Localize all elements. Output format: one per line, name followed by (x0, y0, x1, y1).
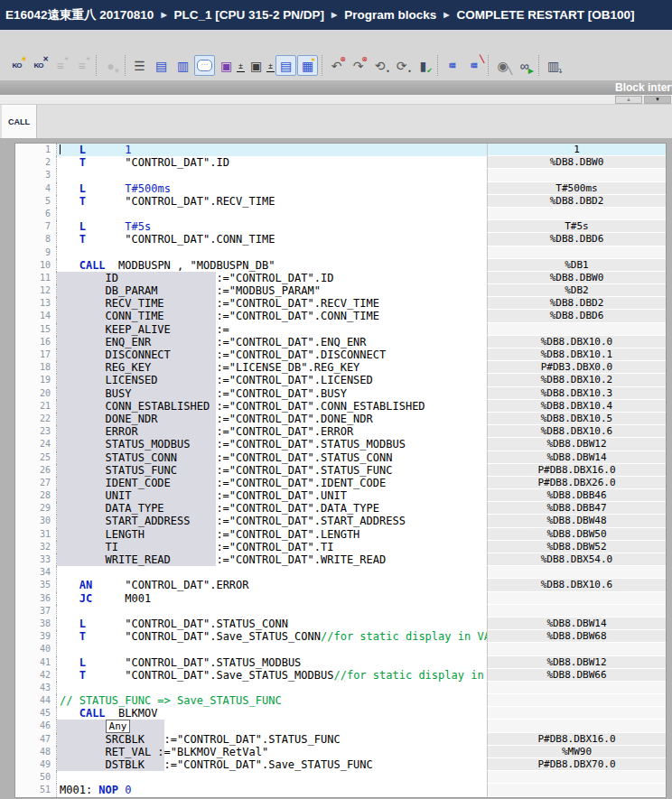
favorites-display-toggle-icon[interactable]: ▦✶ (297, 55, 318, 76)
code-text[interactable]: T "CONTROL_DAT".Save_STATUS_MODBUS//for … (57, 669, 487, 682)
code-text[interactable]: T "CONTROL_DAT".RECV_TIME (57, 195, 487, 208)
absolute-addresses-icon[interactable]: I≣ (442, 55, 462, 76)
code-line: 17 DISCONNECT :="CONTROL_DAT".DISCONNECT… (15, 348, 666, 361)
code-text[interactable]: DONE_NDR :="CONTROL_DAT".DONE_NDR (57, 413, 487, 425)
close-all-networks-icon[interactable]: ▤ (151, 55, 172, 76)
insert-favorite-icon[interactable]: ▣ (216, 55, 237, 76)
code-text[interactable]: L "CONTROL_DAT".STATUS_MODBUS (57, 656, 487, 669)
edit-favorites-icon-dropdown[interactable]: ± (266, 60, 275, 72)
open-all-networks-icon[interactable]: ▥ (173, 55, 193, 76)
code-text[interactable]: L T#5s (57, 220, 487, 233)
code-text[interactable]: IDENT_CODE :="CONTROL_DAT".IDENT_CODE (57, 477, 487, 489)
code-text[interactable] (57, 643, 487, 655)
absolute-address: P#DB8.DBX70.0 (487, 758, 666, 771)
code-text[interactable] (57, 771, 487, 784)
code-text[interactable]: RECV_TIME :="CONTROL_DAT".RECV_TIME (57, 297, 487, 310)
line-number: 34 (15, 566, 57, 579)
breadcrumb-item[interactable]: Program blocks (344, 8, 436, 22)
code-text[interactable] (57, 246, 487, 259)
code-text[interactable]: CONN_TIME :="CONTROL_DAT".CONN_TIME (57, 310, 487, 322)
edit-favorites-icon[interactable]: ▣ (246, 55, 266, 76)
code-text[interactable] (57, 169, 487, 181)
code-text[interactable]: REG_KEY :="LICENSE_DB".REG_KEY (57, 361, 487, 374)
code-text[interactable]: L 1 (57, 144, 487, 156)
code-text[interactable]: T "CONTROL_DAT".Save_STATUS_CONN//for st… (57, 630, 487, 643)
tab-call[interactable]: CALL (2, 105, 37, 138)
code-line: 25 STATUS_CONN :="CONTROL_DAT".STATUS_CO… (15, 451, 666, 464)
code-text[interactable]: RET_VAL :="BLKMOV_RetVal" (57, 746, 487, 758)
breadcrumb-item[interactable]: COMPLETE RESTART [OB100] (456, 8, 634, 22)
code-text[interactable]: ENQ_ENR :="CONTROL_DAT".ENQ_ENR (57, 336, 487, 348)
absolute-operands-toggle-icon[interactable]: ▤ (275, 55, 296, 76)
code-text[interactable]: LENGTH :="CONTROL_DAT".LENGTH (57, 528, 487, 541)
absolute-address: %DB8.DBW48 (487, 515, 666, 527)
find-replace-icon[interactable]: ◉╲ (492, 55, 513, 76)
code-text[interactable] (57, 605, 487, 618)
monitoring-toggle-icon[interactable]: ∞▶ (514, 55, 535, 76)
code-text[interactable]: START_ADDRESS :="CONTROL_DAT".START_ADDR… (57, 515, 487, 527)
code-line: 32 TI :="CONTROL_DAT".TI%DB8.DBW52 (15, 541, 666, 553)
code-text[interactable]: KEEP_ALIVE := (57, 323, 487, 336)
insert-favorite-icon-dropdown[interactable]: ± (237, 60, 245, 72)
absolute-address: %DB8.DBW0 (487, 272, 666, 284)
code-text[interactable]: AN "CONTROL_DAT".ERROR (57, 579, 487, 591)
code-text[interactable]: STATUS_CONN :="CONTROL_DAT".STATUS_CONN (57, 451, 487, 464)
consistency-check-icon[interactable]: ▮✔ (413, 55, 434, 76)
code-text[interactable]: CONN_ESTABLISHED :="CONTROL_DAT".CONN_ES… (57, 400, 487, 413)
code-text[interactable] (57, 682, 487, 694)
code-text[interactable]: JC M001 (57, 592, 487, 605)
code-text[interactable]: L T#500ms (57, 182, 487, 195)
network-overview-icon[interactable]: ☰ (129, 55, 150, 76)
breadcrumb-item[interactable]: E16042遠東重八 20170810 (5, 7, 154, 23)
breadcrumb-item[interactable]: PLC_1 [CPU 315-2 PN/DP] (174, 8, 325, 22)
code-text[interactable]: CALL BLKMOV (57, 707, 487, 720)
code-text[interactable]: Any (57, 720, 487, 732)
code-line: 19 LICENSED :="CONTROL_DAT".LICENSED%DB8… (15, 374, 666, 386)
code-text[interactable]: SRCBLK :="CONTROL_DAT".STATUS_FUNC (57, 733, 487, 746)
code-text[interactable]: TI :="CONTROL_DAT".TI (57, 541, 487, 553)
code-text[interactable]: STATUS_MODBUS :="CONTROL_DAT".STATUS_MOD… (57, 438, 487, 451)
code-text[interactable]: ERROR :="CONTROL_DAT".ERROR (57, 425, 487, 438)
any-type-field[interactable]: Any (106, 720, 131, 732)
code-line: 37 (15, 605, 666, 618)
code-text[interactable]: BUSY :="CONTROL_DAT".BUSY (57, 387, 487, 400)
code-text[interactable]: T "CONTROL_DAT".CONN_TIME (57, 233, 487, 246)
code-text[interactable]: DATA_TYPE :="CONTROL_DAT".DATA_TYPE (57, 502, 487, 515)
toggle-comments-icon[interactable]: ··· (194, 55, 215, 76)
insert-network-icon[interactable]: KO✶ (6, 55, 27, 76)
code-text[interactable] (57, 566, 487, 579)
absolute-address (487, 592, 666, 605)
block-interface-icon[interactable]: ▥↴ (543, 55, 564, 76)
code-text[interactable] (57, 208, 487, 220)
symbolic-addresses-icon[interactable]: I≣╲ (463, 55, 484, 76)
delete-network-icon[interactable]: KO✕ (28, 55, 49, 76)
block-interface-header[interactable]: Block interf (0, 80, 672, 95)
code-text[interactable]: UNIT :="CONTROL_DAT".UNIT (57, 489, 487, 502)
pane-splitter[interactable]: ▲ ▼ (0, 95, 672, 105)
line-number: 32 (15, 541, 57, 553)
code-text[interactable]: L "CONTROL_DAT".STATUS_CONN (57, 618, 487, 630)
code-line: 40 (15, 643, 666, 655)
collapse-up-button[interactable]: ▲ (615, 96, 642, 104)
code-text[interactable]: STATUS_FUNC :="CONTROL_DAT".STATUS_FUNC (57, 464, 487, 477)
collapse-down-button[interactable]: ▼ (644, 96, 671, 104)
absolute-address: %DB8.DBW14 (487, 451, 666, 464)
code-text[interactable]: // STATUS_FUNC => Save_STATUS_FUNC (57, 694, 487, 707)
code-text[interactable]: M001: NOP 0 (57, 784, 487, 796)
absolute-address: P#DB8.DBX26.0 (487, 477, 666, 489)
synchronize-icon[interactable]: ⟳▪ (391, 55, 412, 76)
code-text[interactable]: LICENSED :="CONTROL_DAT".LICENSED (57, 374, 487, 386)
code-text[interactable]: WRITE_READ :="CONTROL_DAT".WRITE_READ (57, 553, 487, 566)
code-text[interactable]: T "CONTROL_DAT".ID (57, 156, 487, 169)
next-error-icon[interactable]: ↷⊗ (348, 55, 369, 76)
code-text[interactable]: DSTBLK :="CONTROL_DAT".Save_STATUS_FUNC (57, 758, 487, 771)
code-line: 1 L 11 (15, 144, 666, 156)
line-number: 15 (15, 323, 57, 336)
update-block-call-icon[interactable]: ⟲▪ (369, 55, 390, 76)
line-number: 39 (15, 630, 57, 643)
code-text[interactable]: CALL MODBUSPN , "MODBUSPN_DB" (57, 259, 487, 272)
previous-error-icon[interactable]: ↶⊗ (326, 55, 347, 76)
code-text[interactable]: DB_PARAM :="MODBUS_PARAM" (57, 284, 487, 297)
code-text[interactable]: DISCONNECT :="CONTROL_DAT".DISCONNECT (57, 348, 487, 361)
code-text[interactable]: ID :="CONTROL_DAT".ID (57, 272, 487, 284)
